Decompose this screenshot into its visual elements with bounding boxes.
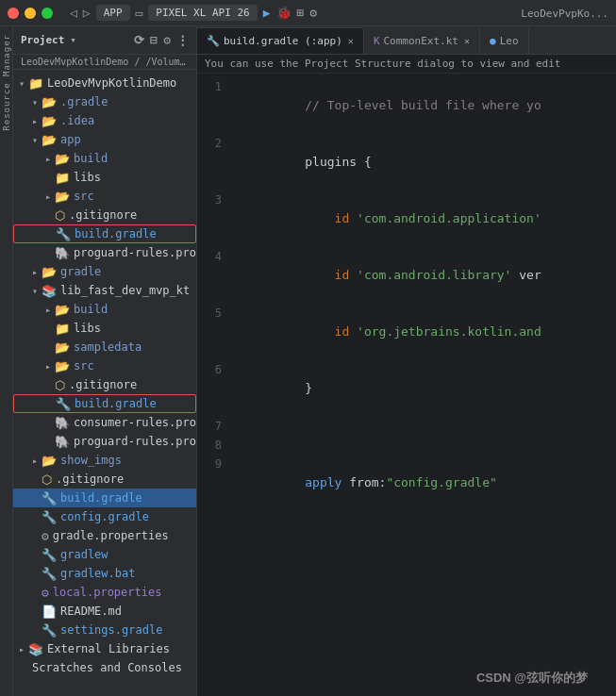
info-bar: You can use the Project Structure dialog… [197, 55, 616, 74]
folder-icon: 📁 [28, 76, 43, 91]
line-content: apply from:"config.gradle" [231, 455, 616, 511]
git-icon[interactable]: ⊞ [297, 6, 305, 20]
run-icon[interactable]: ▶ [263, 6, 271, 20]
string-token: 'com.android.application' [357, 211, 541, 225]
resource-manager-label[interactable]: Resource Manager [2, 34, 11, 131]
tree-item-lib-proguard[interactable]: ▸ 🐘 proguard-rules.pro [13, 432, 196, 451]
arrow-icon: ▸ [15, 644, 28, 655]
tree-item-config-gradle[interactable]: ▸ 🔧 config.gradle [13, 507, 196, 526]
tree-item-app-gitignore[interactable]: ▸ ⬡ .gitignore [13, 206, 196, 224]
code-line-3: 3 id 'com.android.application' [197, 191, 616, 247]
tree-item-leodevmvp-root[interactable]: ▾ 📁 LeoDevMvpKotlinDemo [13, 74, 196, 92]
tree-label: .gitignore [69, 208, 137, 222]
minimize-button[interactable] [25, 8, 36, 19]
tree-item-app-libs[interactable]: ▸ 📁 libs [13, 168, 196, 187]
tree-item-gradle2[interactable]: ▸ 📂 gradle [13, 262, 196, 281]
collapse-icon[interactable]: ⊟ [150, 33, 158, 47]
line-number: 9 [197, 455, 231, 473]
tab-label: build.gradle (:app) [224, 35, 342, 47]
gradle-icon: 🔧 [42, 491, 57, 505]
tree-item-lib-src[interactable]: ▸ 📂 src [13, 356, 196, 375]
tree-item-gradle[interactable]: ▾ 📂 .gradle [13, 92, 196, 111]
tab-build-gradle[interactable]: 🔧 build.gradle (:app) ✕ [197, 27, 364, 54]
line-content: plugins { [231, 134, 616, 191]
device-label[interactable]: PIXEL XL API 26 [148, 5, 257, 21]
maximize-button[interactable] [42, 8, 53, 19]
panel-header-actions: ⟳ ⊟ ⚙ ⋮ [134, 33, 189, 47]
tree-item-root-build-gradle[interactable]: ▸ 🔧 build.gradle [13, 489, 196, 507]
gradle-icon: 🔧 [56, 397, 71, 411]
debug-icon[interactable]: 🐞 [276, 6, 291, 20]
tree-label: proguard-rules.pro [74, 435, 196, 448]
line-number: 5 [197, 304, 231, 323]
tree-label: lib_fast_dev_mvp_kt [60, 284, 190, 297]
tree-label: build [74, 303, 108, 316]
folder-icon: 📂 [42, 454, 57, 468]
line-number: 3 [197, 191, 231, 209]
tree-item-lib-consumer[interactable]: ▸ 🐘 consumer-rules.pro [13, 413, 196, 432]
sync-icon[interactable]: ⟳ [134, 33, 144, 47]
tree-item-app-src[interactable]: ▸ 📂 src [13, 187, 196, 206]
kotlin-tab-icon: K [374, 35, 380, 47]
tree-item-lib-libs[interactable]: ▸ 📁 libs [13, 319, 196, 338]
title-bar: ◁ ▷ APP ▭ PIXEL XL API 26 ▶ 🐞 ⊞ ⚙ LeoDev… [0, 0, 616, 26]
tree-item-app-proguard[interactable]: ▸ 🐘 proguard-rules.pro [13, 243, 196, 262]
arrow-icon: ▾ [28, 135, 42, 145]
tree-item-scratches[interactable]: ▸ Scratches and Consoles [13, 658, 196, 677]
tree-item-gradlew-bat[interactable]: ▸ 🔧 gradlew.bat [13, 564, 196, 583]
tree-item-idea[interactable]: ▸ 📂 .idea [13, 111, 196, 130]
tree-label: show_imgs [60, 454, 122, 467]
tree-label: .idea [60, 114, 94, 127]
tree-label: External Libraries [47, 642, 170, 655]
tab-commonext[interactable]: K CommonExt.kt ✕ [364, 27, 480, 54]
title-text: LeoDevPvpKo... [521, 7, 608, 19]
tab-leo[interactable]: ● Leo [480, 27, 529, 54]
normal-token2 [349, 211, 357, 225]
device-icon: ▭ [136, 6, 143, 20]
arrow-icon: ▸ [28, 116, 42, 126]
tabs-bar: 🔧 build.gradle (:app) ✕ K CommonExt.kt ✕… [197, 26, 616, 55]
tree-item-show-imgs[interactable]: ▸ 📂 show_imgs [13, 451, 196, 470]
close-button[interactable] [8, 8, 19, 19]
folder-icon: 📂 [55, 152, 70, 166]
nav-forward-icon[interactable]: ▷ [83, 6, 91, 20]
tree-item-readme[interactable]: ▸ 📄 README.md [13, 602, 196, 621]
tree-item-lib-gitignore[interactable]: ▸ ⬡ .gitignore [13, 375, 196, 394]
run-config-label[interactable]: APP [96, 5, 130, 21]
tree-item-app-build[interactable]: ▸ 📂 build [13, 149, 196, 168]
tree-item-local-props[interactable]: ▸ ⚙ local.properties [13, 583, 196, 602]
tree-item-app-build-gradle[interactable]: ▸ 🔧 build.gradle [13, 224, 196, 243]
tree-item-lib-build-gradle[interactable]: ▸ 🔧 build.gradle [13, 394, 196, 413]
tree-item-app[interactable]: ▾ 📂 app [13, 130, 196, 149]
line-number: 1 [197, 77, 231, 96]
tree-item-external-libs[interactable]: ▸ 📚 External Libraries [13, 639, 196, 658]
code-line-2: 2 plugins { [197, 134, 616, 191]
settings-panel-icon[interactable]: ⚙ [163, 33, 171, 47]
tree-item-lib-fast[interactable]: ▾ 📚 lib_fast_dev_mvp_kt [13, 281, 196, 300]
tree-label: src [74, 359, 94, 373]
line-number: 8 [197, 436, 231, 455]
panel-title: Project [21, 34, 64, 46]
folder-icon: 📂 [42, 265, 57, 279]
tab-close-icon[interactable]: ✕ [348, 36, 354, 46]
more-icon[interactable]: ⋮ [176, 33, 189, 47]
normal-token [305, 268, 334, 282]
tree-item-gradlew[interactable]: ▸ 🔧 gradlew [13, 545, 196, 564]
tree-item-gradle-props[interactable]: ▸ ⚙ gradle.properties [13, 526, 196, 545]
line-content: } [231, 360, 616, 417]
gradle-tab-icon2: ● [490, 35, 496, 47]
file-tree: ▾ 📁 LeoDevMvpKotlinDemo ▾ 📂 .gradle ▸ 📂 … [13, 70, 196, 696]
nav-back-icon[interactable]: ◁ [70, 6, 77, 20]
arrow-icon: ▸ [28, 456, 42, 466]
line-number: 2 [197, 134, 231, 153]
keyword-token: id [335, 268, 350, 282]
props-icon: ⚙ [42, 586, 49, 600]
panel-dropdown-arrow[interactable]: ▾ [70, 34, 76, 46]
tree-item-root-gitignore[interactable]: ▸ ⬡ .gitignore [13, 470, 196, 489]
tab-close-icon[interactable]: ✕ [464, 36, 470, 46]
settings-icon[interactable]: ⚙ [309, 6, 317, 20]
tree-item-lib-build[interactable]: ▸ 📂 build [13, 300, 196, 319]
tree-item-settings-gradle[interactable]: ▸ 🔧 settings.gradle [13, 621, 196, 639]
gradle-icon: 🔧 [42, 623, 57, 638]
tree-item-lib-sampledata[interactable]: ▸ 📂 sampledata [13, 338, 196, 356]
